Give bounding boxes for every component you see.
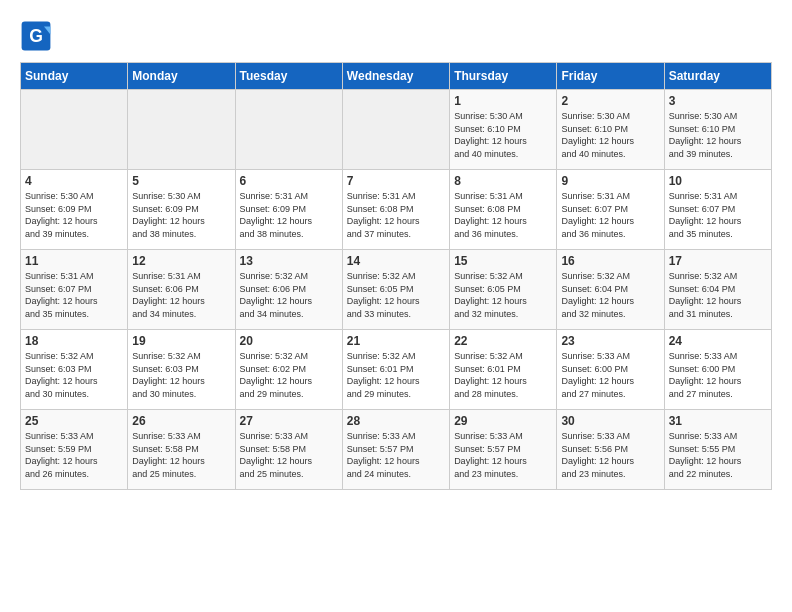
calendar-cell: 22Sunrise: 5:32 AM Sunset: 6:01 PM Dayli… [450,330,557,410]
calendar-cell [342,90,449,170]
weekday-header: Sunday [21,63,128,90]
calendar-cell: 10Sunrise: 5:31 AM Sunset: 6:07 PM Dayli… [664,170,771,250]
calendar-week-row: 25Sunrise: 5:33 AM Sunset: 5:59 PM Dayli… [21,410,772,490]
day-number: 24 [669,334,767,348]
day-number: 16 [561,254,659,268]
svg-text:G: G [29,26,43,46]
day-info: Sunrise: 5:30 AM Sunset: 6:09 PM Dayligh… [25,190,123,240]
day-number: 1 [454,94,552,108]
calendar-cell [235,90,342,170]
calendar-cell: 31Sunrise: 5:33 AM Sunset: 5:55 PM Dayli… [664,410,771,490]
day-info: Sunrise: 5:31 AM Sunset: 6:09 PM Dayligh… [240,190,338,240]
day-info: Sunrise: 5:32 AM Sunset: 6:04 PM Dayligh… [561,270,659,320]
calendar-cell: 12Sunrise: 5:31 AM Sunset: 6:06 PM Dayli… [128,250,235,330]
calendar-table: SundayMondayTuesdayWednesdayThursdayFrid… [20,62,772,490]
day-info: Sunrise: 5:31 AM Sunset: 6:08 PM Dayligh… [454,190,552,240]
day-info: Sunrise: 5:30 AM Sunset: 6:09 PM Dayligh… [132,190,230,240]
calendar-week-row: 18Sunrise: 5:32 AM Sunset: 6:03 PM Dayli… [21,330,772,410]
calendar-cell: 4Sunrise: 5:30 AM Sunset: 6:09 PM Daylig… [21,170,128,250]
day-info: Sunrise: 5:33 AM Sunset: 5:57 PM Dayligh… [454,430,552,480]
calendar-cell [128,90,235,170]
weekday-header: Tuesday [235,63,342,90]
day-number: 20 [240,334,338,348]
day-number: 8 [454,174,552,188]
calendar-cell: 1Sunrise: 5:30 AM Sunset: 6:10 PM Daylig… [450,90,557,170]
weekday-header: Friday [557,63,664,90]
day-number: 30 [561,414,659,428]
day-number: 25 [25,414,123,428]
day-info: Sunrise: 5:31 AM Sunset: 6:07 PM Dayligh… [25,270,123,320]
calendar-cell: 6Sunrise: 5:31 AM Sunset: 6:09 PM Daylig… [235,170,342,250]
day-info: Sunrise: 5:33 AM Sunset: 5:57 PM Dayligh… [347,430,445,480]
day-info: Sunrise: 5:32 AM Sunset: 6:02 PM Dayligh… [240,350,338,400]
day-info: Sunrise: 5:31 AM Sunset: 6:06 PM Dayligh… [132,270,230,320]
calendar-cell: 16Sunrise: 5:32 AM Sunset: 6:04 PM Dayli… [557,250,664,330]
day-number: 27 [240,414,338,428]
day-info: Sunrise: 5:32 AM Sunset: 6:06 PM Dayligh… [240,270,338,320]
calendar-cell: 20Sunrise: 5:32 AM Sunset: 6:02 PM Dayli… [235,330,342,410]
calendar-cell: 29Sunrise: 5:33 AM Sunset: 5:57 PM Dayli… [450,410,557,490]
calendar-cell: 7Sunrise: 5:31 AM Sunset: 6:08 PM Daylig… [342,170,449,250]
calendar-cell: 27Sunrise: 5:33 AM Sunset: 5:58 PM Dayli… [235,410,342,490]
day-number: 19 [132,334,230,348]
calendar-week-row: 11Sunrise: 5:31 AM Sunset: 6:07 PM Dayli… [21,250,772,330]
day-number: 12 [132,254,230,268]
day-number: 9 [561,174,659,188]
calendar-cell: 8Sunrise: 5:31 AM Sunset: 6:08 PM Daylig… [450,170,557,250]
day-number: 14 [347,254,445,268]
calendar-cell: 2Sunrise: 5:30 AM Sunset: 6:10 PM Daylig… [557,90,664,170]
calendar-cell: 28Sunrise: 5:33 AM Sunset: 5:57 PM Dayli… [342,410,449,490]
calendar-cell: 11Sunrise: 5:31 AM Sunset: 6:07 PM Dayli… [21,250,128,330]
day-number: 28 [347,414,445,428]
calendar-cell: 25Sunrise: 5:33 AM Sunset: 5:59 PM Dayli… [21,410,128,490]
logo: G [20,20,58,52]
day-info: Sunrise: 5:33 AM Sunset: 5:56 PM Dayligh… [561,430,659,480]
day-number: 18 [25,334,123,348]
calendar-cell: 26Sunrise: 5:33 AM Sunset: 5:58 PM Dayli… [128,410,235,490]
day-number: 7 [347,174,445,188]
day-info: Sunrise: 5:33 AM Sunset: 6:00 PM Dayligh… [561,350,659,400]
day-number: 10 [669,174,767,188]
calendar-week-row: 4Sunrise: 5:30 AM Sunset: 6:09 PM Daylig… [21,170,772,250]
weekday-header: Thursday [450,63,557,90]
day-number: 6 [240,174,338,188]
calendar-cell: 23Sunrise: 5:33 AM Sunset: 6:00 PM Dayli… [557,330,664,410]
day-info: Sunrise: 5:32 AM Sunset: 6:05 PM Dayligh… [347,270,445,320]
day-info: Sunrise: 5:32 AM Sunset: 6:04 PM Dayligh… [669,270,767,320]
day-info: Sunrise: 5:31 AM Sunset: 6:07 PM Dayligh… [669,190,767,240]
day-info: Sunrise: 5:33 AM Sunset: 6:00 PM Dayligh… [669,350,767,400]
calendar-cell [21,90,128,170]
day-number: 3 [669,94,767,108]
day-number: 21 [347,334,445,348]
day-info: Sunrise: 5:32 AM Sunset: 6:01 PM Dayligh… [347,350,445,400]
day-number: 17 [669,254,767,268]
day-info: Sunrise: 5:32 AM Sunset: 6:03 PM Dayligh… [132,350,230,400]
day-number: 26 [132,414,230,428]
calendar-cell: 13Sunrise: 5:32 AM Sunset: 6:06 PM Dayli… [235,250,342,330]
day-number: 22 [454,334,552,348]
weekday-header-row: SundayMondayTuesdayWednesdayThursdayFrid… [21,63,772,90]
calendar-week-row: 1Sunrise: 5:30 AM Sunset: 6:10 PM Daylig… [21,90,772,170]
day-number: 13 [240,254,338,268]
day-info: Sunrise: 5:33 AM Sunset: 5:55 PM Dayligh… [669,430,767,480]
calendar-cell: 5Sunrise: 5:30 AM Sunset: 6:09 PM Daylig… [128,170,235,250]
calendar-cell: 19Sunrise: 5:32 AM Sunset: 6:03 PM Dayli… [128,330,235,410]
calendar-cell: 14Sunrise: 5:32 AM Sunset: 6:05 PM Dayli… [342,250,449,330]
weekday-header: Wednesday [342,63,449,90]
day-number: 11 [25,254,123,268]
day-info: Sunrise: 5:31 AM Sunset: 6:08 PM Dayligh… [347,190,445,240]
day-info: Sunrise: 5:33 AM Sunset: 5:59 PM Dayligh… [25,430,123,480]
calendar-cell: 21Sunrise: 5:32 AM Sunset: 6:01 PM Dayli… [342,330,449,410]
calendar-cell: 3Sunrise: 5:30 AM Sunset: 6:10 PM Daylig… [664,90,771,170]
day-info: Sunrise: 5:31 AM Sunset: 6:07 PM Dayligh… [561,190,659,240]
logo-icon: G [20,20,52,52]
day-number: 23 [561,334,659,348]
calendar-cell: 30Sunrise: 5:33 AM Sunset: 5:56 PM Dayli… [557,410,664,490]
day-number: 2 [561,94,659,108]
calendar-cell: 17Sunrise: 5:32 AM Sunset: 6:04 PM Dayli… [664,250,771,330]
weekday-header: Monday [128,63,235,90]
day-info: Sunrise: 5:32 AM Sunset: 6:01 PM Dayligh… [454,350,552,400]
day-number: 15 [454,254,552,268]
day-number: 5 [132,174,230,188]
day-info: Sunrise: 5:30 AM Sunset: 6:10 PM Dayligh… [561,110,659,160]
